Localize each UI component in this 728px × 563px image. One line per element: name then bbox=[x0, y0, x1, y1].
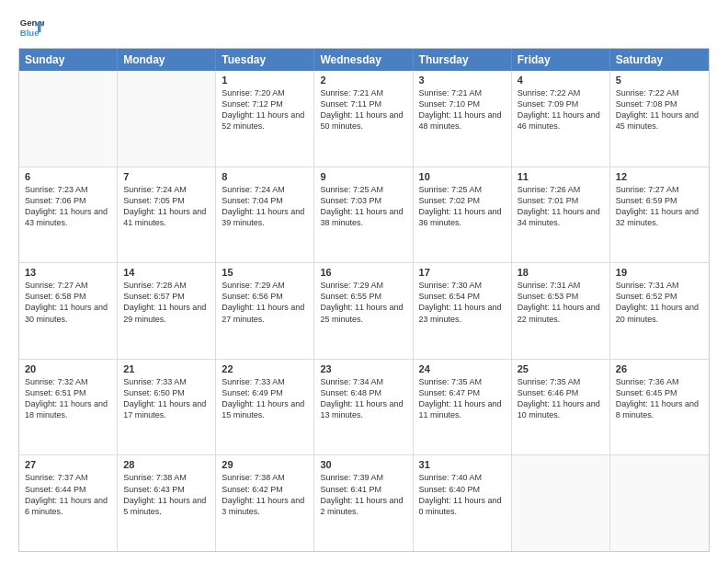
day-cell-31: 31Sunrise: 7:40 AMSunset: 6:40 PMDayligh… bbox=[414, 455, 512, 551]
day-info: Sunrise: 7:27 AMSunset: 6:59 PMDaylight:… bbox=[616, 184, 703, 229]
day-cell-6: 6Sunrise: 7:23 AMSunset: 7:06 PMDaylight… bbox=[19, 167, 118, 263]
day-cell-1: 1Sunrise: 7:20 AMSunset: 7:12 PMDaylight… bbox=[216, 71, 314, 167]
day-info: Sunrise: 7:36 AMSunset: 6:45 PMDaylight:… bbox=[616, 376, 703, 421]
day-number: 3 bbox=[419, 75, 506, 86]
empty-cell bbox=[512, 455, 610, 551]
day-number: 31 bbox=[419, 459, 506, 470]
day-number: 24 bbox=[419, 363, 506, 374]
day-info: Sunrise: 7:39 AMSunset: 6:41 PMDaylight:… bbox=[320, 472, 406, 517]
day-number: 30 bbox=[320, 459, 406, 470]
day-info: Sunrise: 7:22 AMSunset: 7:09 PMDaylight:… bbox=[518, 87, 604, 132]
empty-cell bbox=[610, 455, 709, 551]
day-info: Sunrise: 7:25 AMSunset: 7:02 PMDaylight:… bbox=[419, 184, 506, 229]
day-info: Sunrise: 7:31 AMSunset: 6:52 PMDaylight:… bbox=[616, 280, 703, 325]
day-header-tuesday: Tuesday bbox=[216, 49, 314, 71]
day-info: Sunrise: 7:25 AMSunset: 7:03 PMDaylight:… bbox=[320, 184, 406, 229]
day-cell-27: 27Sunrise: 7:37 AMSunset: 6:44 PMDayligh… bbox=[19, 455, 118, 551]
day-cell-8: 8Sunrise: 7:24 AMSunset: 7:04 PMDaylight… bbox=[216, 167, 314, 263]
day-info: Sunrise: 7:24 AMSunset: 7:05 PMDaylight:… bbox=[123, 184, 210, 229]
day-number: 25 bbox=[518, 363, 604, 374]
day-info: Sunrise: 7:30 AMSunset: 6:54 PMDaylight:… bbox=[419, 280, 506, 325]
day-cell-15: 15Sunrise: 7:29 AMSunset: 6:56 PMDayligh… bbox=[216, 263, 314, 359]
day-cell-9: 9Sunrise: 7:25 AMSunset: 7:03 PMDaylight… bbox=[314, 167, 413, 263]
day-info: Sunrise: 7:26 AMSunset: 7:01 PMDaylight:… bbox=[518, 184, 604, 229]
day-cell-23: 23Sunrise: 7:34 AMSunset: 6:48 PMDayligh… bbox=[314, 360, 413, 455]
day-number: 2 bbox=[320, 75, 406, 86]
day-header-monday: Monday bbox=[118, 49, 216, 71]
week-row-1: 6Sunrise: 7:23 AMSunset: 7:06 PMDaylight… bbox=[19, 167, 709, 263]
day-cell-14: 14Sunrise: 7:28 AMSunset: 6:57 PMDayligh… bbox=[118, 263, 216, 359]
day-info: Sunrise: 7:21 AMSunset: 7:10 PMDaylight:… bbox=[419, 87, 506, 132]
empty-cell bbox=[118, 71, 216, 167]
day-cell-22: 22Sunrise: 7:33 AMSunset: 6:49 PMDayligh… bbox=[216, 360, 314, 455]
day-number: 7 bbox=[123, 171, 210, 182]
day-number: 5 bbox=[616, 75, 703, 86]
day-number: 12 bbox=[616, 171, 703, 182]
day-number: 13 bbox=[25, 267, 111, 278]
day-number: 29 bbox=[222, 459, 308, 470]
day-header-sunday: Sunday bbox=[19, 49, 118, 71]
day-header-wednesday: Wednesday bbox=[314, 49, 413, 71]
day-number: 4 bbox=[518, 75, 604, 86]
day-info: Sunrise: 7:31 AMSunset: 6:53 PMDaylight:… bbox=[518, 280, 604, 325]
day-number: 15 bbox=[222, 267, 308, 278]
day-number: 8 bbox=[222, 171, 308, 182]
logo: General Blue bbox=[18, 15, 44, 40]
day-number: 27 bbox=[25, 459, 111, 470]
day-info: Sunrise: 7:22 AMSunset: 7:08 PMDaylight:… bbox=[616, 87, 703, 132]
day-cell-2: 2Sunrise: 7:21 AMSunset: 7:11 PMDaylight… bbox=[314, 71, 413, 167]
day-number: 21 bbox=[123, 363, 210, 374]
day-cell-30: 30Sunrise: 7:39 AMSunset: 6:41 PMDayligh… bbox=[314, 455, 413, 551]
day-info: Sunrise: 7:23 AMSunset: 7:06 PMDaylight:… bbox=[25, 184, 111, 229]
day-number: 26 bbox=[616, 363, 703, 374]
day-number: 28 bbox=[123, 459, 210, 470]
day-header-saturday: Saturday bbox=[610, 49, 709, 71]
day-cell-21: 21Sunrise: 7:33 AMSunset: 6:50 PMDayligh… bbox=[118, 360, 216, 455]
day-cell-13: 13Sunrise: 7:27 AMSunset: 6:58 PMDayligh… bbox=[19, 263, 118, 359]
day-number: 14 bbox=[123, 267, 210, 278]
day-info: Sunrise: 7:24 AMSunset: 7:04 PMDaylight:… bbox=[222, 184, 308, 229]
week-row-4: 27Sunrise: 7:37 AMSunset: 6:44 PMDayligh… bbox=[19, 454, 709, 551]
day-number: 20 bbox=[25, 363, 111, 374]
day-number: 23 bbox=[320, 363, 406, 374]
calendar: SundayMondayTuesdayWednesdayThursdayFrid… bbox=[18, 48, 710, 552]
day-info: Sunrise: 7:37 AMSunset: 6:44 PMDaylight:… bbox=[25, 472, 111, 517]
day-info: Sunrise: 7:29 AMSunset: 6:55 PMDaylight:… bbox=[320, 280, 406, 325]
day-number: 22 bbox=[222, 363, 308, 374]
day-info: Sunrise: 7:40 AMSunset: 6:40 PMDaylight:… bbox=[419, 472, 506, 517]
day-info: Sunrise: 7:21 AMSunset: 7:11 PMDaylight:… bbox=[320, 87, 406, 132]
day-cell-20: 20Sunrise: 7:32 AMSunset: 6:51 PMDayligh… bbox=[19, 360, 118, 455]
day-cell-12: 12Sunrise: 7:27 AMSunset: 6:59 PMDayligh… bbox=[610, 167, 709, 263]
day-number: 1 bbox=[222, 75, 308, 86]
day-info: Sunrise: 7:32 AMSunset: 6:51 PMDaylight:… bbox=[25, 376, 111, 421]
day-info: Sunrise: 7:29 AMSunset: 6:56 PMDaylight:… bbox=[222, 280, 308, 325]
day-info: Sunrise: 7:27 AMSunset: 6:58 PMDaylight:… bbox=[25, 280, 111, 325]
day-cell-4: 4Sunrise: 7:22 AMSunset: 7:09 PMDaylight… bbox=[512, 71, 610, 167]
day-cell-25: 25Sunrise: 7:35 AMSunset: 6:46 PMDayligh… bbox=[512, 360, 610, 455]
day-cell-17: 17Sunrise: 7:30 AMSunset: 6:54 PMDayligh… bbox=[414, 263, 512, 359]
empty-cell bbox=[19, 71, 118, 167]
day-number: 6 bbox=[25, 171, 111, 182]
day-cell-28: 28Sunrise: 7:38 AMSunset: 6:43 PMDayligh… bbox=[118, 455, 216, 551]
day-info: Sunrise: 7:35 AMSunset: 6:46 PMDaylight:… bbox=[518, 376, 604, 421]
day-cell-18: 18Sunrise: 7:31 AMSunset: 6:53 PMDayligh… bbox=[512, 263, 610, 359]
svg-text:Blue: Blue bbox=[20, 28, 40, 38]
day-cell-19: 19Sunrise: 7:31 AMSunset: 6:52 PMDayligh… bbox=[610, 263, 709, 359]
day-info: Sunrise: 7:35 AMSunset: 6:47 PMDaylight:… bbox=[419, 376, 506, 421]
week-row-0: 1Sunrise: 7:20 AMSunset: 7:12 PMDaylight… bbox=[19, 71, 709, 167]
day-info: Sunrise: 7:20 AMSunset: 7:12 PMDaylight:… bbox=[222, 87, 308, 132]
day-header-friday: Friday bbox=[512, 49, 610, 71]
day-cell-7: 7Sunrise: 7:24 AMSunset: 7:05 PMDaylight… bbox=[118, 167, 216, 263]
day-number: 19 bbox=[616, 267, 703, 278]
day-number: 17 bbox=[419, 267, 506, 278]
day-number: 9 bbox=[320, 171, 406, 182]
day-header-thursday: Thursday bbox=[414, 49, 512, 71]
day-info: Sunrise: 7:38 AMSunset: 6:42 PMDaylight:… bbox=[222, 472, 308, 517]
day-info: Sunrise: 7:38 AMSunset: 6:43 PMDaylight:… bbox=[123, 472, 210, 517]
day-cell-3: 3Sunrise: 7:21 AMSunset: 7:10 PMDaylight… bbox=[414, 71, 512, 167]
day-cell-11: 11Sunrise: 7:26 AMSunset: 7:01 PMDayligh… bbox=[512, 167, 610, 263]
calendar-header: SundayMondayTuesdayWednesdayThursdayFrid… bbox=[19, 49, 709, 71]
week-row-3: 20Sunrise: 7:32 AMSunset: 6:51 PMDayligh… bbox=[19, 359, 709, 455]
day-cell-29: 29Sunrise: 7:38 AMSunset: 6:42 PMDayligh… bbox=[216, 455, 314, 551]
day-cell-10: 10Sunrise: 7:25 AMSunset: 7:02 PMDayligh… bbox=[414, 167, 512, 263]
